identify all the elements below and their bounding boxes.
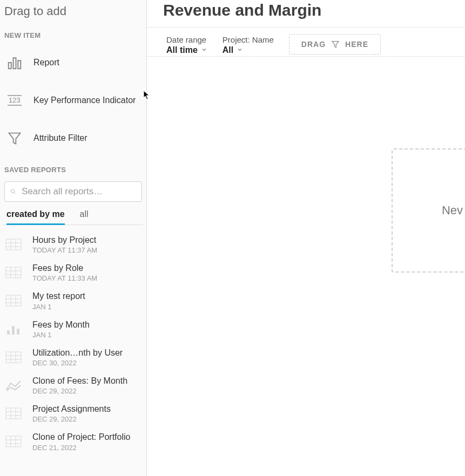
table-thumb-icon: [4, 434, 23, 449]
svg-text:123: 123: [9, 96, 21, 104]
kpi-number-icon: 123: [5, 91, 24, 110]
drag-here-right: HERE: [345, 40, 368, 49]
new-item-label: Attribute Filter: [33, 133, 87, 143]
table-thumb-icon: [4, 293, 23, 308]
filter-drop-target[interactable]: DRAG HERE: [289, 34, 381, 55]
filter-project-name[interactable]: Project: Name All: [223, 35, 274, 55]
new-item-attribute-filter[interactable]: Attribute Filter: [4, 119, 142, 157]
report-timestamp: TODAY AT 11:33 AM: [32, 274, 97, 282]
report-timestamp: DEC 29, 2022: [32, 387, 127, 395]
dashboard-canvas[interactable]: Nev: [147, 57, 465, 476]
chevron-down-icon: [237, 45, 243, 55]
sidebar-title: Drag to add: [0, 4, 146, 23]
filter-label: Project: Name: [223, 35, 274, 44]
report-name: Hours by Project: [32, 235, 97, 245]
report-name: My test report: [32, 291, 85, 301]
funnel-icon: [5, 129, 24, 147]
report-item[interactable]: Fees by MonthJAN 1: [3, 315, 143, 343]
widget-dropzone[interactable]: Nev: [392, 148, 465, 273]
filter-bar: Date range All time Project: Name All DR…: [147, 28, 465, 57]
svg-rect-23: [7, 330, 10, 335]
page-title: Revenue and Margin: [147, 0, 465, 27]
new-item-label: Report: [33, 58, 59, 67]
dropzone-text: Nev: [442, 203, 463, 217]
tab-created-by-me[interactable]: created by me: [6, 207, 65, 225]
svg-line-7: [14, 192, 16, 194]
svg-rect-8: [6, 239, 21, 250]
new-item-kpi[interactable]: 123 Key Performance Indicator: [4, 81, 142, 119]
report-name: Clone of Fees: By Month: [32, 376, 127, 386]
report-item[interactable]: Fees by RoleTODAY AT 11:33 AM: [3, 259, 143, 287]
report-timestamp: DEC 29, 2022: [32, 415, 111, 423]
drag-here-left: DRAG: [301, 40, 326, 49]
saved-reports-section-label: SAVED REPORTS: [0, 157, 146, 178]
report-name: Fees by Role: [32, 263, 97, 273]
svg-rect-2: [18, 60, 21, 69]
table-thumb-icon: [4, 265, 23, 280]
filter-label: Date range: [166, 35, 207, 44]
new-item-section-label: NEW ITEM: [0, 23, 146, 44]
svg-rect-18: [6, 295, 21, 306]
report-list: Hours by ProjectTODAY AT 11:37 AMFees by…: [3, 225, 143, 456]
report-timestamp: TODAY AT 11:37 AM: [32, 246, 97, 254]
report-timestamp: DEC 30, 2022: [32, 359, 123, 367]
svg-rect-0: [9, 63, 11, 69]
report-name: Project Assignments: [32, 404, 111, 414]
main-area: Revenue and Margin Date range All time P…: [147, 0, 465, 476]
svg-rect-36: [6, 436, 21, 447]
filter-value[interactable]: All: [223, 45, 274, 55]
chevron-down-icon: [201, 45, 207, 55]
report-item[interactable]: Project AssignmentsDEC 29, 2022: [3, 399, 143, 427]
search-icon: [10, 186, 16, 197]
report-item[interactable]: Clone of Fees: By MonthDEC 29, 2022: [3, 371, 143, 399]
table-thumb-icon: [4, 406, 23, 421]
report-name: Fees by Month: [32, 319, 90, 330]
report-timestamp: JAN 1: [32, 331, 90, 339]
tab-all[interactable]: all: [80, 207, 89, 225]
saved-reports-section: created by me all Hours by ProjectTODAY …: [0, 178, 146, 476]
report-item[interactable]: My test reportJAN 1: [3, 287, 143, 315]
svg-rect-25: [17, 329, 19, 335]
svg-rect-31: [6, 408, 21, 419]
search-input[interactable]: [22, 186, 136, 197]
filter-value[interactable]: All time: [166, 45, 207, 55]
report-name: Utilization…nth by User: [32, 348, 123, 358]
svg-rect-1: [14, 58, 16, 69]
filter-date-range[interactable]: Date range All time: [166, 35, 207, 55]
bar-chart-icon: [5, 53, 24, 72]
report-item[interactable]: Hours by ProjectTODAY AT 11:37 AM: [3, 230, 143, 259]
line-thumb-icon: [4, 378, 23, 393]
report-tabs: created by me all: [3, 207, 143, 225]
svg-rect-24: [12, 326, 15, 335]
table-thumb-icon: [4, 237, 23, 252]
svg-rect-26: [6, 352, 21, 363]
report-name: Clone of Project: Portfolio: [32, 432, 130, 442]
new-item-list: Report 123 Key Performance Indicator Att…: [0, 44, 146, 157]
new-item-report[interactable]: Report: [4, 44, 142, 81]
svg-rect-13: [6, 267, 21, 278]
report-timestamp: DEC 21, 2022: [32, 444, 130, 452]
table-thumb-icon: [4, 350, 23, 365]
report-item[interactable]: Utilization…nth by UserDEC 30, 2022: [3, 343, 143, 371]
new-item-label: Key Performance Indicator: [33, 96, 136, 105]
report-item[interactable]: Clone of Project: PortfolioDEC 21, 2022: [3, 427, 143, 455]
search-container[interactable]: [4, 181, 142, 202]
funnel-icon: [331, 40, 340, 49]
bar-thumb-icon: [4, 322, 23, 337]
svg-point-6: [11, 189, 14, 193]
sidebar-panel: Drag to add NEW ITEM Report 123 Key Perf…: [0, 0, 147, 476]
report-timestamp: JAN 1: [32, 303, 85, 311]
